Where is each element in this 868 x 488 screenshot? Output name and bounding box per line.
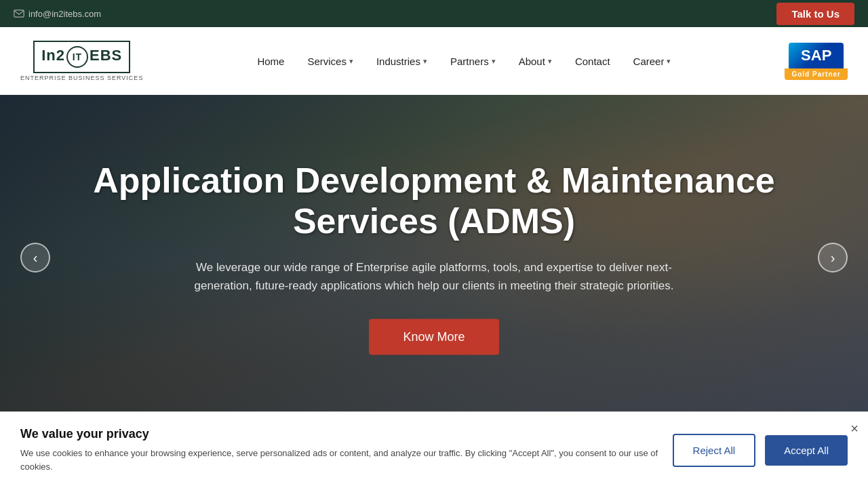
nav-item-about[interactable]: About ▾ xyxy=(509,49,561,74)
hero-section: ‹ Application Development & Maintenance … xyxy=(0,95,868,420)
cookie-banner: × We value your privacy We use cookies t… xyxy=(0,411,868,488)
logo-in: In2 xyxy=(41,47,65,64)
logo-subtitle: ENTERPRISE BUSINESS SERVICES xyxy=(20,75,143,81)
cookie-body: We use cookies to enhance your browsing … xyxy=(20,447,659,473)
nav-item-career[interactable]: Career ▾ xyxy=(624,49,681,74)
talk-to-us-button[interactable]: Talk to Us xyxy=(776,3,854,25)
header: In2ITEBS ENTERPRISE BUSINESS SERVICES Ho… xyxy=(0,27,868,95)
hero-prev-button[interactable]: ‹ xyxy=(20,243,50,272)
main-nav: Home Services ▾ Industries ▾ Partners ▾ … xyxy=(248,49,680,74)
know-more-button[interactable]: Know More xyxy=(369,319,498,354)
logo-ebs: EBS xyxy=(90,47,122,64)
chevron-down-icon: ▾ xyxy=(667,57,671,66)
logo-container[interactable]: In2ITEBS ENTERPRISE BUSINESS SERVICES xyxy=(20,41,143,81)
email-icon xyxy=(14,9,24,18)
nav-item-contact[interactable]: Contact xyxy=(566,49,620,74)
hero-next-button[interactable]: › xyxy=(818,243,848,272)
logo-wrap: In2ITEBS ENTERPRISE BUSINESS SERVICES xyxy=(20,41,143,81)
hero-content: Application Development & Maintenance Se… xyxy=(0,161,868,355)
email-link[interactable]: info@in2itebs.com xyxy=(14,9,101,19)
cookie-text-block: We value your privacy We use cookies to … xyxy=(20,427,659,473)
nav-item-industries[interactable]: Industries ▾ xyxy=(367,49,437,74)
sap-logo: SAP xyxy=(789,43,844,68)
sap-gold-label: Gold Partner xyxy=(785,68,848,80)
logo-box: In2ITEBS xyxy=(33,41,130,73)
reject-all-button[interactable]: Reject All xyxy=(673,434,756,467)
accept-all-button[interactable]: Accept All xyxy=(765,435,848,466)
email-text: info@in2itebs.com xyxy=(28,9,101,19)
nav-item-partners[interactable]: Partners ▾ xyxy=(441,49,505,74)
cookie-title: We value your privacy xyxy=(20,427,659,441)
chevron-down-icon: ▾ xyxy=(423,57,427,66)
hero-title: Application Development & Maintenance Se… xyxy=(81,161,787,242)
chevron-down-icon: ▾ xyxy=(548,57,552,66)
cookie-close-button[interactable]: × xyxy=(850,422,859,435)
sap-badge: SAP Gold Partner xyxy=(785,43,848,80)
chevron-down-icon: ▾ xyxy=(492,57,496,66)
chevron-down-icon: ▾ xyxy=(349,57,353,66)
logo-it: IT xyxy=(66,46,88,68)
top-bar: info@in2itebs.com Talk to Us xyxy=(0,0,868,27)
svg-rect-0 xyxy=(14,10,24,17)
cookie-actions: Reject All Accept All xyxy=(673,434,848,467)
nav-item-services[interactable]: Services ▾ xyxy=(298,49,363,74)
hero-subtitle: We leverage our wide range of Enterprise… xyxy=(170,258,698,294)
nav-item-home[interactable]: Home xyxy=(248,49,294,74)
